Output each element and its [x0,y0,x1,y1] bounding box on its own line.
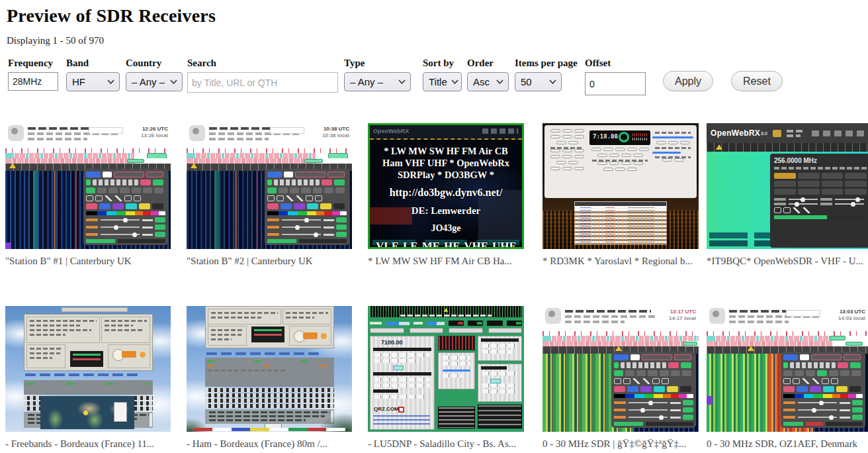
waterfall-display[interactable] [187,171,352,249]
bandwidth-chip [490,379,501,383]
apply-button[interactable]: Apply [663,71,713,91]
search-label: Search [187,58,344,71]
waterfall-colormap [783,394,863,398]
receiver-thumbnail-kiwisdr[interactable]: 13:17 UTC 14:17 local [542,306,699,432]
kiwi-clock: 10:38 UTC 10:38 local [322,126,349,139]
tune-marker-icon [191,163,197,168]
receiver-thumbnail-websdr-sky[interactable] [187,306,352,432]
waterfall-display[interactable] [542,354,699,432]
band-select[interactable]: HF [66,72,120,91]
band-label: Band [66,58,126,71]
receiver-caption[interactable]: "Station B" #1 | Canterbury UK [5,256,171,267]
kiwi-band-bar [707,336,868,341]
items-per-page-select[interactable]: 50 [515,72,562,91]
receiver-thumbnail-kiwisdr[interactable]: 12:26 UTC 13:26 local [5,123,171,249]
kiwisdr-header: 12:26 UTC 13:26 local [5,123,171,148]
links-row [25,374,141,376]
volume-sliders[interactable] [370,320,522,327]
s-meter-ring [619,132,629,142]
country-select[interactable]: – Any – [126,72,183,91]
websdr-control-panel [205,306,334,348]
header-icons [482,128,518,134]
kiwisdr-logo [545,308,561,324]
sun-icon [321,333,327,339]
links-row [206,352,322,355]
kiwi-control-panel[interactable] [781,352,865,428]
receiver-thumbnail-kiwisdr[interactable]: 13:03 UTC 14:03 local [707,306,868,432]
kiwi-dx-labels [707,331,868,336]
browser-toolbar [62,307,128,312]
receiver-thumbnail-lu5dnp[interactable]: 7100.00 QRZ.COM [368,306,524,432]
result-count: Displaying 1 - 50 of 970 [7,35,868,46]
kiwi-control-panel[interactable] [265,169,349,245]
receiver-caption[interactable]: - Ham - Bordeaux (France) 80m /... [187,438,352,450]
waterfall-strip [205,358,334,387]
kiwi-control-panel[interactable] [83,169,168,245]
frequency-display: 256.0000 MHz [774,157,867,164]
order-select[interactable]: Asc [467,72,509,91]
waterfall-display[interactable] [5,171,171,249]
receiver-thumbnail-kiwisdr[interactable]: 10:38 UTC 10:38 local [187,123,352,249]
frequency-input[interactable] [8,72,58,91]
tune-marker-icon [9,163,16,168]
type-select-value: – Any – [350,76,383,87]
kiwisdr-logo [189,125,205,141]
receiver-caption[interactable]: 0 - 30 MHz SDR | ğŸ‡©ğŸ‡ªğŸ‡... [542,438,699,450]
search-input[interactable] [187,72,338,93]
receiver-card: 13:03 UTC 14:03 local [707,306,868,450]
bandwidth-panel [478,364,522,402]
receiver-caption[interactable]: - LU5DNP - Saladillo City - Bs. As... [368,438,524,450]
band-select-value: HF [72,76,85,87]
receiver-thumbnail-openwebrx[interactable]: OpenWebRX 8.0 256.0000 MHz [707,123,868,249]
openwebrx-header: OpenWebRX 8.0 [707,123,868,143]
frequency-display: 7:18.00 [589,130,650,145]
kiwi-clock: 13:03 UTC 14:03 local [838,309,865,322]
chevron-down-icon [107,79,114,84]
receiver-caption[interactable]: * RD3MK * Yaroslavl * Regional b... [542,256,699,267]
receiver-caption[interactable]: *IT9BQC* OpenWebSDR - VHF - U... [707,256,868,267]
receiver-control-panel[interactable]: 256.0000 MHz [770,154,868,248]
kiwi-clock: 12:26 UTC 13:26 local [141,126,168,139]
reset-button[interactable]: Reset [731,71,783,91]
receiver-card: 13:17 UTC 14:17 local [542,306,699,450]
chevron-down-icon [398,79,406,84]
mode-buttons[interactable] [774,173,867,195]
sort-by-select[interactable]: Title [423,72,462,91]
preset-selects[interactable] [370,328,522,334]
receiver-thumbnail-do3bgw[interactable]: OpenWebRX * LW MW SW HF FM Air CB Ham VH… [368,123,524,249]
receiver-card: OpenWebRX * LW MW SW HF FM Air CB Ham VH… [368,123,524,267]
tune-marker-icon [615,346,622,351]
tune-marker-icon [716,144,722,150]
offset-input[interactable] [585,72,646,95]
receiver-caption[interactable]: * LW MW SW HF FM Air CB Ha... [368,256,524,267]
kiwi-control-panel[interactable] [611,352,696,428]
receiver-caption[interactable]: "Station B" #2 | Canterbury UK [187,256,352,267]
openwebrx-logo: OpenWebRX [373,128,409,134]
receiver-card: 7100.00 QRZ.COM [368,306,524,450]
waterfall-display[interactable] [707,354,868,432]
kiwisdr-header: 10:38 UTC 10:38 local [187,123,352,148]
kiwisdr-header: 13:17 UTC 14:17 local [542,306,699,331]
receiver-thumbnail-rd3mk[interactable]: 7:18.00 [542,123,699,249]
receiver-caption[interactable]: - Freebands - Bordeaux (France) 11... [5,438,171,450]
receiver-caption[interactable]: 0 - 30 MHz SDR, OZ1AEF, Denmark [707,438,868,450]
qrz-logo: QRZ.COM [374,406,399,412]
websdr-control-panel: 7:18.00 [544,125,697,198]
filter-search: Search [187,58,344,93]
waterfall-colormap [614,394,693,398]
header-menu-icons[interactable] [812,130,864,136]
filter-type: Type – Any – [344,58,423,91]
world-map [40,396,135,429]
waterfall-colormap [267,211,347,215]
kiwisdr-logo [709,308,725,324]
type-select[interactable]: – Any – [344,72,411,91]
filter-offset: Offset [585,58,663,95]
chevron-down-icon [170,79,177,84]
frequency-scale [707,143,868,152]
scrollbar[interactable] [150,413,152,427]
receiver-thumbnail-websdr-sky[interactable] [5,306,171,432]
kiwi-band-bar2 [5,158,171,164]
mini-spectrum [438,336,475,350]
listener-dot [83,411,88,415]
chevron-down-icon [451,79,458,84]
